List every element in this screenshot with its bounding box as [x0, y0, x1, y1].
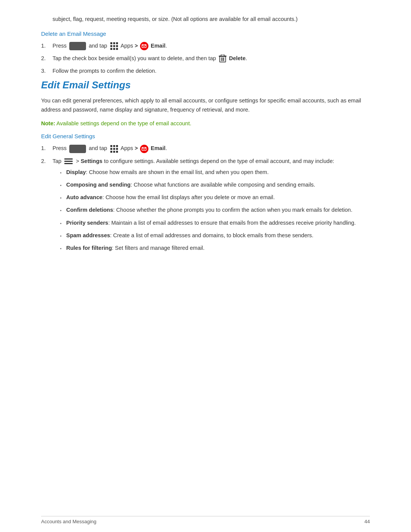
- general-step-1-press: Press: [53, 145, 67, 151]
- svg-rect-2: [116, 42, 118, 44]
- sub-item-composing: ▪ Composing and sending: Choose what fun…: [60, 181, 370, 189]
- delete-steps: 1. Press and tap: [41, 42, 370, 76]
- rules-text: : Set filters and manage filtered email.: [112, 245, 204, 251]
- sub-item-confirm-text: Confirm deletions: Choose whether the ph…: [66, 206, 352, 214]
- confirm-text: : Choose whether the phone prompts you t…: [113, 207, 352, 213]
- sub-bullet-4: ▪: [60, 208, 66, 214]
- sub-bullet-3: ▪: [60, 195, 66, 201]
- sub-item-rules: ▪ Rules for filtering: Set filters and m…: [60, 244, 370, 252]
- sub-item-auto-text: Auto advance: Choose how the email list …: [66, 193, 275, 202]
- general-step-1-and-tap: and tap: [89, 145, 107, 151]
- edit-general-heading: Edit General Settings: [41, 133, 370, 139]
- apps-grid-icon: [110, 42, 118, 50]
- page-container: subject, flag, request, meeting requests…: [0, 0, 411, 532]
- svg-rect-17: [116, 145, 118, 147]
- footer-right: 44: [365, 519, 370, 524]
- sub-item-display-text: Display: Choose how emails are shown in …: [66, 168, 269, 177]
- svg-rect-1: [113, 42, 115, 44]
- sub-item-display: ▪ Display: Choose how emails are shown i…: [60, 168, 370, 177]
- settings-label: Settings: [81, 158, 102, 164]
- sub-item-priority: ▪ Priority senders: Maintain a list of e…: [60, 219, 370, 227]
- svg-rect-20: [116, 148, 118, 150]
- general-step-num-2: 2.: [41, 157, 53, 166]
- general-step-1-content: Press and tap: [53, 144, 370, 153]
- sub-item-confirm: ▪ Confirm deletions: Choose whether the …: [60, 206, 370, 214]
- sub-item-auto-advance: ▪ Auto advance: Choose how the email lis…: [60, 193, 370, 202]
- sub-item-spam: ▪ Spam addresses: Create a list of email…: [60, 231, 370, 240]
- note-line: Note: Available settings depend on the t…: [41, 120, 370, 128]
- confirm-bold: Confirm deletions: [66, 207, 113, 213]
- svg-rect-11: [221, 58, 222, 61]
- composing-bold: Composing and sending: [66, 182, 131, 188]
- svg-rect-18: [110, 148, 112, 150]
- general-step-1-email-label: Email: [151, 145, 166, 151]
- home-button-icon-2: [69, 145, 86, 153]
- general-step-1-arrow: >: [135, 145, 139, 151]
- sub-bullet-5: ▪: [60, 220, 66, 227]
- intro-text: subject, flag, request, meeting requests…: [41, 15, 370, 24]
- svg-rect-6: [110, 48, 112, 50]
- svg-rect-26: [64, 161, 73, 162]
- step-2-delete-label: Delete: [229, 55, 246, 61]
- general-step-2-tap: Tap: [53, 158, 61, 164]
- auto-advance-bold: Auto advance: [66, 194, 102, 200]
- edit-settings-heading: Edit Email Settings: [41, 79, 370, 91]
- general-step-num-1: 1.: [41, 144, 53, 153]
- display-text: : Choose how emails are shown in the ema…: [86, 169, 269, 175]
- apps-grid-icon-2: [110, 145, 118, 153]
- svg-rect-4: [113, 45, 115, 47]
- svg-rect-12: [223, 58, 224, 61]
- general-step-2: 2. Tap > Settings to configure settings.…: [41, 157, 370, 257]
- step-num-3: 3.: [41, 67, 53, 75]
- svg-rect-25: [64, 158, 73, 160]
- svg-rect-8: [116, 48, 118, 50]
- svg-rect-0: [110, 42, 112, 44]
- svg-rect-3: [110, 45, 112, 47]
- svg-rect-23: [116, 151, 118, 153]
- edit-settings-description: You can edit general preferences, which …: [41, 96, 370, 114]
- step-1-arrow: >: [135, 43, 139, 49]
- general-step-2-content: Tap > Settings to configure settings. Av…: [53, 157, 370, 257]
- step-2-period: .: [245, 55, 247, 61]
- edit-general-steps: 1. Press and tap: [41, 144, 370, 256]
- page-footer: Accounts and Messaging 44: [41, 516, 370, 524]
- sub-item-composing-text: Composing and sending: Choose what funct…: [66, 181, 315, 189]
- step-3-content: Follow the prompts to confirm the deleti…: [53, 67, 370, 75]
- spam-text: : Create a list of email addresses and d…: [110, 232, 313, 238]
- step-1-content: Press and tap: [53, 42, 370, 50]
- svg-rect-7: [113, 48, 115, 50]
- svg-rect-27: [64, 163, 73, 164]
- step-1-apps-label: Apps: [121, 43, 133, 49]
- svg-rect-15: [110, 145, 112, 147]
- rules-bold: Rules for filtering: [66, 245, 112, 251]
- step-1-period: .: [166, 43, 167, 49]
- delete-step-3: 3. Follow the prompts to confirm the del…: [41, 67, 370, 75]
- email-app-icon-2: [140, 145, 148, 153]
- step-num-2: 2.: [41, 54, 53, 63]
- general-step-1-apps-label: Apps: [121, 145, 133, 151]
- step-2-text: Tap the check box beside email(s) you wa…: [53, 55, 216, 61]
- svg-rect-16: [113, 145, 115, 147]
- sub-bullet-2: ▪: [60, 182, 66, 189]
- step-1-press: Press: [53, 43, 67, 49]
- delete-heading: Delete an Email Message: [41, 30, 370, 37]
- spam-bold: Spam addresses: [66, 232, 110, 238]
- delete-section: Delete an Email Message 1. Press and tap: [41, 30, 370, 76]
- footer-left: Accounts and Messaging: [41, 519, 96, 524]
- sub-bullet-7: ▪: [60, 246, 66, 252]
- menu-icon: [64, 158, 73, 165]
- sub-bullet-1: ▪: [60, 170, 66, 176]
- sub-item-priority-text: Priority senders: Maintain a list of ema…: [66, 219, 356, 227]
- general-step-1-period: .: [166, 145, 167, 151]
- step-1-and-tap: and tap: [89, 43, 107, 49]
- svg-rect-14: [221, 54, 224, 56]
- general-step-1: 1. Press and tap: [41, 144, 370, 153]
- priority-text: : Maintain a list of email addresses to …: [108, 220, 355, 226]
- auto-advance-text: : Choose how the email list displays aft…: [102, 194, 275, 200]
- svg-rect-10: [220, 56, 226, 62]
- email-app-icon: [140, 42, 148, 50]
- svg-rect-22: [113, 151, 115, 153]
- composing-text: : Choose what functions are available wh…: [131, 182, 315, 188]
- note-bold: Note:: [41, 120, 55, 126]
- general-step-2-text-after: to configure settings. Available setting…: [104, 158, 334, 164]
